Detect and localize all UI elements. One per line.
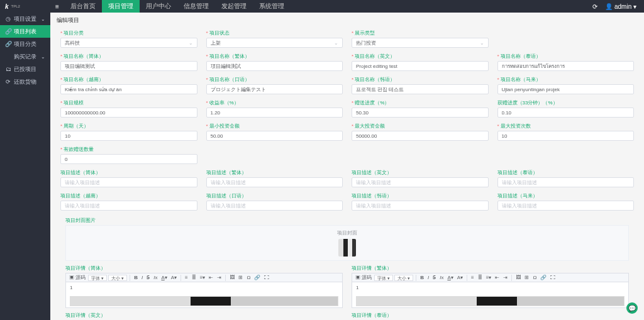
link-icon[interactable]: 🔗: [253, 273, 262, 282]
sidebar-item-category[interactable]: 🔗 项目分类: [0, 38, 50, 50]
refresh-icon[interactable]: ⟳: [592, 3, 597, 10]
image-icon[interactable]: 🖼: [514, 273, 522, 282]
strike-icon[interactable]: S̶: [145, 273, 151, 282]
bold-icon[interactable]: B: [419, 273, 425, 282]
size-select[interactable]: 大小 ▾: [108, 275, 127, 281]
input-max[interactable]: [352, 131, 489, 141]
editor-content: 1: [356, 285, 358, 290]
chat-fab[interactable]: 💬: [626, 302, 638, 314]
input-period[interactable]: [60, 131, 197, 141]
input-desc-vi[interactable]: [60, 201, 197, 211]
select-category[interactable]: 高科技⌄: [60, 38, 197, 48]
input-desc-tw[interactable]: [206, 177, 343, 187]
italic-icon[interactable]: I: [426, 273, 430, 282]
table-icon[interactable]: ⊞: [523, 273, 530, 282]
chevron-down-icon: ▾: [633, 3, 636, 10]
input-name-ja[interactable]: [206, 84, 343, 94]
input-name-ms[interactable]: [497, 84, 635, 94]
sidebar-item-purchase[interactable]: 购买记录 ⌄: [0, 50, 50, 63]
folder-icon: 🗂: [5, 66, 11, 72]
editor-body-zh[interactable]: 1: [65, 282, 343, 308]
label-name-vi: 项目名称（越南）: [64, 76, 104, 83]
maximize-icon[interactable]: ⛶: [549, 273, 557, 282]
input-name-zh[interactable]: [60, 61, 197, 71]
label-max: 最大投资金额: [355, 123, 385, 130]
input-name-tw[interactable]: [206, 61, 343, 71]
image-icon[interactable]: 🖼: [228, 273, 236, 282]
label-status: 项目状态: [209, 30, 230, 36]
sidebar-item-repay[interactable]: ⟳ 还款货物: [0, 75, 50, 88]
size-select[interactable]: 大小 ▾: [394, 275, 413, 281]
sidebar-item-list[interactable]: 🔗 项目列表: [0, 25, 50, 38]
menu-system[interactable]: 系统管理: [253, 0, 291, 13]
input-yield[interactable]: [206, 108, 343, 118]
align-icon[interactable]: ≡▾: [199, 273, 207, 282]
bold-icon[interactable]: B: [133, 273, 139, 282]
indent-icon[interactable]: ⇥: [216, 273, 223, 282]
menu-info[interactable]: 信息管理: [177, 0, 215, 13]
bgcolor-icon[interactable]: A▾: [456, 273, 464, 282]
menu-home[interactable]: 后台首页: [64, 0, 102, 13]
input-desc-th[interactable]: [497, 177, 635, 187]
clear-icon[interactable]: Ix: [438, 273, 445, 282]
bgcolor-icon[interactable]: A▾: [170, 273, 178, 282]
editor-body-tw[interactable]: 1: [352, 282, 629, 308]
sidebar-item-invested[interactable]: 🗂 已投项目: [0, 63, 50, 75]
input-desc-ms[interactable]: [497, 201, 635, 211]
input-desc-ko[interactable]: [352, 201, 489, 211]
ul-icon[interactable]: ≣: [191, 273, 197, 282]
label-display: 展示类型: [355, 30, 375, 36]
clear-icon[interactable]: Ix: [152, 273, 158, 282]
ul-icon[interactable]: ≣: [477, 273, 484, 282]
input-desc-ja[interactable]: [206, 201, 343, 211]
font-select[interactable]: 字体 ▾: [374, 275, 393, 281]
table-icon[interactable]: ⊞: [237, 273, 244, 282]
label-desc-vi: 项目描述（越南）: [60, 192, 101, 199]
ol-icon[interactable]: ≡: [470, 273, 475, 282]
link-icon[interactable]: 🔗: [539, 273, 548, 282]
input-bonus[interactable]: [497, 108, 635, 118]
input-desc-en[interactable]: [352, 177, 489, 187]
omega-icon[interactable]: Ω: [531, 273, 538, 282]
input-name-ko[interactable]: [352, 84, 489, 94]
source-button[interactable]: ▣ 源码: [68, 273, 87, 282]
ol-icon[interactable]: ≡: [184, 273, 189, 282]
input-max-cnt[interactable]: [497, 131, 635, 141]
strike-icon[interactable]: S̶: [431, 273, 437, 282]
brand-suffix: TPL2: [11, 4, 20, 8]
input-name-vi[interactable]: [60, 84, 197, 94]
input-desc-zh[interactable]: [60, 177, 197, 187]
omega-icon[interactable]: Ω: [245, 273, 252, 282]
chevron-down-icon: ⌄: [189, 40, 193, 46]
menu-user[interactable]: 用户中心: [140, 0, 177, 13]
menu-launch[interactable]: 发起管理: [215, 0, 253, 13]
hamburger-icon[interactable]: ≡: [55, 3, 59, 10]
label-guarantee: 赠送进度（%）: [355, 99, 389, 106]
sidebar-item-settings[interactable]: ◷ 项目设置 ⌄: [0, 13, 50, 25]
align-icon[interactable]: ≡▾: [485, 273, 493, 282]
input-gift-qty[interactable]: [60, 154, 197, 164]
input-min[interactable]: [206, 131, 343, 141]
cover-thumbnail[interactable]: [338, 239, 356, 257]
color-icon[interactable]: A▾: [160, 273, 168, 282]
outdent-icon[interactable]: ⇤: [494, 273, 501, 282]
indent-icon[interactable]: ⇥: [502, 273, 509, 282]
label-period: 周期（天）: [64, 123, 89, 130]
cover-upload-area[interactable]: 项目封面: [65, 225, 629, 261]
maximize-icon[interactable]: ⛶: [263, 273, 270, 282]
select-status[interactable]: 上架⌄: [206, 38, 343, 48]
menu-project[interactable]: 项目管理: [102, 0, 140, 13]
color-icon[interactable]: A▾: [446, 273, 454, 282]
italic-icon[interactable]: I: [140, 273, 144, 282]
editor-image-strip: [356, 296, 625, 306]
select-display[interactable]: 热门投资⌄: [352, 38, 489, 48]
label-detail-en: 项目详情（英文）: [65, 312, 343, 319]
input-name-th[interactable]: [497, 61, 635, 71]
outdent-icon[interactable]: ⇤: [208, 273, 214, 282]
user-dropdown[interactable]: 👤 admin ▾: [605, 3, 636, 10]
font-select[interactable]: 字体 ▾: [88, 275, 107, 281]
input-guarantee[interactable]: [352, 108, 489, 118]
input-name-en[interactable]: [352, 61, 489, 71]
source-button[interactable]: ▣ 源码: [354, 273, 373, 282]
input-scale[interactable]: [60, 108, 197, 118]
